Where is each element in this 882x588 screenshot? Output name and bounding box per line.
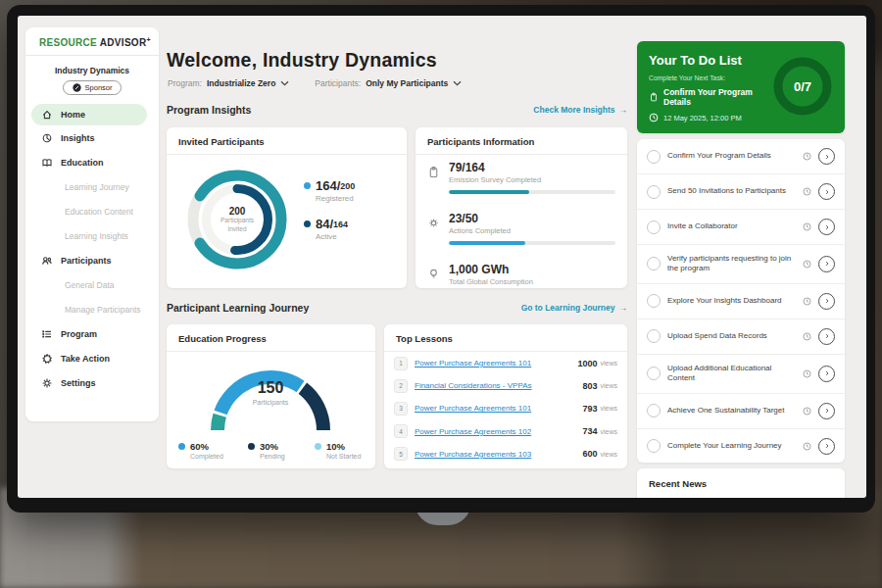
card-title: Participants Information [416, 127, 627, 155]
home-icon [41, 109, 53, 121]
sidebar-item-label: Learning Journey [65, 182, 129, 192]
section-title: Program Insights [167, 104, 251, 116]
chevron-right-icon [823, 297, 831, 305]
sidebar-nav: Home Insights Education Learning Journey… [25, 104, 159, 395]
next-task-label: Confirm Your Program Details [663, 87, 781, 107]
insights-icon [41, 132, 53, 144]
task-checkbox[interactable] [647, 294, 661, 308]
lesson-row: 5 Power Purchase Agreements 103 600 view… [384, 443, 627, 466]
check-more-insights-link[interactable]: Check More Insights → [533, 105, 627, 115]
sidebar-item-label: Program [61, 329, 97, 339]
section-title: Participant Learning Journey [167, 302, 309, 314]
task-open-button[interactable] [818, 219, 835, 235]
gauge-center-label: 150 Participants [197, 379, 344, 406]
sidebar-item-participants[interactable]: Participants [25, 248, 159, 272]
page-title: Welcome, Industry Dynamics [167, 49, 437, 72]
lesson-link[interactable]: Power Purchase Agreements 101 [415, 359, 531, 368]
clock-icon [803, 187, 811, 196]
lesson-link[interactable]: Power Purchase Agreements 103 [415, 450, 531, 459]
card-title: Invited Participants [167, 127, 407, 155]
sidebar-divider [25, 55, 159, 56]
chevron-right-icon [823, 442, 831, 450]
task-open-button[interactable] [818, 293, 835, 310]
sidebar-item-learning-insights[interactable]: Learning Insights [25, 223, 159, 248]
chevron-right-icon [823, 153, 831, 161]
bulb-icon [427, 268, 440, 280]
task-row: Upload Additional Educational Content [637, 355, 845, 394]
chevron-right-icon [823, 260, 831, 268]
rank-badge: 2 [394, 379, 408, 393]
participants-dropdown[interactable] [453, 80, 462, 86]
task-open-button[interactable] [818, 148, 835, 165]
sidebar-item-label: Learning Insights [65, 231, 128, 241]
list-icon [41, 328, 53, 340]
chevron-right-icon [823, 332, 831, 340]
actions-completed-row: 23/50 Actions Completed [427, 212, 615, 245]
todo-progress-count: 0/7 [772, 56, 833, 117]
sidebar-item-home[interactable]: Home [31, 104, 147, 125]
arrow-right-icon: → [619, 303, 628, 313]
sidebar: RESOURCE ADVISOR+ Industry Dynamics Spon… [25, 27, 159, 421]
lesson-row: 2 Financial Considerations - VPPAs 803 v… [384, 374, 627, 397]
sidebar-item-take-action[interactable]: Take Action [25, 346, 159, 370]
task-checkbox[interactable] [647, 220, 661, 234]
sidebar-item-label: General Data [65, 280, 115, 290]
task-open-button[interactable] [818, 256, 835, 272]
learning-journey-header: Participant Learning Journey Go to Learn… [167, 302, 627, 314]
task-checkbox[interactable] [647, 185, 661, 199]
program-filter-value[interactable]: Industrialize Zero [207, 78, 275, 88]
sponsor-icon [73, 83, 81, 92]
sidebar-item-settings[interactable]: Settings [25, 370, 159, 395]
sidebar-item-learning-journey[interactable]: Learning Journey [25, 174, 159, 199]
legend-dot [178, 443, 185, 450]
lesson-link[interactable]: Power Purchase Agreements 102 [415, 427, 531, 436]
recent-news-card: Recent News [637, 468, 845, 498]
chevron-right-icon [823, 407, 831, 415]
task-open-button[interactable] [818, 183, 835, 200]
sidebar-item-insights[interactable]: Insights [25, 125, 159, 150]
task-checkbox[interactable] [647, 439, 661, 453]
lesson-link[interactable]: Financial Considerations - VPPAs [415, 381, 531, 390]
app-logo: RESOURCE ADVISOR+ [25, 27, 159, 48]
sidebar-item-education-content[interactable]: Education Content [25, 199, 159, 223]
clipboard-icon [427, 166, 440, 178]
org-name: Industry Dynamics [25, 66, 159, 75]
sidebar-item-general-data[interactable]: General Data [25, 272, 159, 297]
task-open-button[interactable] [818, 328, 835, 345]
participants-filter-value[interactable]: Only My Participants [366, 78, 448, 88]
task-open-button[interactable] [818, 438, 835, 455]
rank-badge: 1 [394, 357, 408, 370]
clock-icon [803, 152, 811, 161]
lesson-link[interactable]: Power Purchase Agreements 101 [415, 404, 531, 413]
chevron-right-icon [823, 369, 831, 377]
due-date: 12 May 2025, 12:00 PM [663, 114, 742, 122]
sidebar-item-education[interactable]: Education [25, 150, 159, 174]
legend-active: 84/ 164 Active [304, 217, 355, 241]
task-checkbox[interactable] [647, 329, 661, 343]
sidebar-item-label: Insights [61, 133, 95, 143]
task-checkbox[interactable] [647, 150, 661, 164]
arrow-right-icon: → [619, 105, 628, 115]
filters-bar: Program: Industrialize Zero Participants… [168, 78, 462, 88]
top-lessons-card: Top Lessons 1 Power Purchase Agreements … [384, 324, 627, 468]
rank-badge: 4 [394, 424, 408, 438]
sidebar-item-program[interactable]: Program [25, 321, 159, 346]
go-to-learning-journey-link[interactable]: Go to Learning Journey → [521, 303, 627, 313]
task-open-button[interactable] [818, 366, 835, 382]
legend-dot [304, 220, 311, 227]
gear-icon [41, 377, 53, 389]
task-row: Complete Your Learning Journey [637, 429, 845, 463]
legend-dot [315, 443, 321, 450]
task-checkbox[interactable] [647, 404, 661, 417]
task-checkbox[interactable] [647, 257, 661, 270]
task-open-button[interactable] [818, 403, 835, 419]
program-dropdown[interactable] [280, 80, 289, 86]
sidebar-item-label: Education [61, 158, 104, 168]
task-row: Achieve One Sustainability Target [637, 394, 845, 429]
task-checkbox[interactable] [647, 367, 661, 380]
sponsor-label: Sponsor [85, 83, 113, 92]
action-burst-icon [41, 353, 53, 365]
sidebar-item-label: Education Content [65, 207, 133, 217]
brand-secondary: ADVISOR+ [100, 37, 151, 48]
sidebar-item-manage-participants[interactable]: Manage Participants [25, 297, 159, 321]
